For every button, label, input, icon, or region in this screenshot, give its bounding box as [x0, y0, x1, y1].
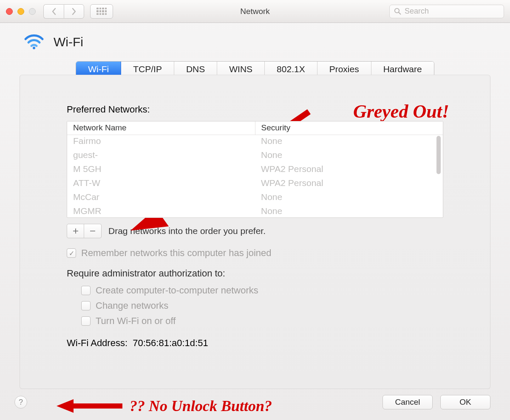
svg-point-2: [33, 47, 35, 49]
forward-button[interactable]: [64, 4, 84, 19]
require-auth-label: Require administrator authorization to:: [67, 268, 443, 279]
create-networks-label: Create computer-to-computer networks: [96, 285, 258, 296]
wifi-icon: [24, 35, 44, 49]
create-networks-checkbox[interactable]: [81, 286, 91, 295]
zoom-window-button[interactable]: [29, 8, 36, 15]
table-row: McCarNone: [67, 191, 443, 205]
minus-icon: [90, 228, 96, 234]
change-networks-label: Change networks: [96, 300, 168, 311]
annotation-no-unlock: ?? No Unlock Button?: [57, 397, 272, 415]
column-security[interactable]: Security: [255, 121, 443, 135]
table-row: FairmoNone: [67, 135, 443, 149]
wifi-address-value: 70:56:81:a0:1d:51: [133, 338, 208, 348]
back-button[interactable]: [43, 4, 64, 19]
table-row: ATT-WWPA2 Personal: [67, 177, 443, 191]
toggle-wifi-label: Turn Wi-Fi on or off: [96, 316, 176, 327]
window-controls: [6, 8, 36, 15]
table-row: guest-None: [67, 149, 443, 163]
annotation-arrow-2: [57, 397, 125, 414]
add-remove-group: [67, 224, 102, 238]
table-body: BECOME THE SOLUTION FairmoNone guest-Non…: [67, 135, 443, 217]
ok-button[interactable]: OK: [440, 395, 490, 409]
panel-title: Wi-Fi: [54, 35, 83, 49]
svg-marker-6: [57, 399, 74, 413]
show-all-button[interactable]: [90, 4, 113, 19]
column-network-name[interactable]: Network Name: [67, 121, 255, 135]
chevron-right-icon: [71, 8, 76, 15]
change-networks-checkbox[interactable]: [81, 301, 91, 310]
content-panel: Greyed Out! Preferred Networks: Network …: [20, 75, 490, 389]
add-network-button[interactable]: [67, 224, 84, 238]
search-icon: [394, 8, 401, 15]
help-icon: ?: [19, 398, 23, 407]
toggle-wifi-checkbox[interactable]: [81, 316, 91, 326]
nav-buttons: [43, 4, 84, 19]
plus-icon: [73, 228, 79, 234]
table-row: MGMRNone: [67, 205, 443, 217]
remember-networks-label: Remember networks this computer has join…: [81, 248, 272, 259]
close-window-button[interactable]: [6, 8, 13, 15]
drag-hint: Drag networks into the order you prefer.: [108, 226, 266, 236]
scrollbar[interactable]: [436, 136, 442, 216]
wifi-address-row: Wi-Fi Address: 70:56:81:a0:1d:51: [67, 338, 443, 349]
annotation-greyed-out: Greyed Out!: [353, 102, 449, 121]
table-row: M 5GHWPA2 Personal: [67, 163, 443, 177]
minimize-window-button[interactable]: [17, 8, 24, 15]
cancel-button[interactable]: Cancel: [382, 395, 433, 409]
help-button[interactable]: ?: [14, 396, 27, 409]
preferred-networks-table: Network Name Security BECOME THE SOLUTIO…: [67, 121, 443, 218]
chevron-left-icon: [51, 8, 57, 15]
search-placeholder: Search: [405, 7, 429, 16]
remove-network-button[interactable]: [84, 224, 101, 238]
panel-header: Wi-Fi: [0, 23, 510, 61]
grid-icon: [96, 8, 107, 15]
remember-networks-checkbox[interactable]: [67, 248, 76, 258]
search-input[interactable]: Search: [389, 5, 504, 18]
titlebar: Network Search: [0, 0, 510, 23]
wifi-address-label: Wi-Fi Address:: [67, 338, 128, 348]
network-preferences-window: Network Search Wi-Fi Wi-Fi: [0, 0, 510, 420]
svg-line-1: [399, 12, 401, 14]
